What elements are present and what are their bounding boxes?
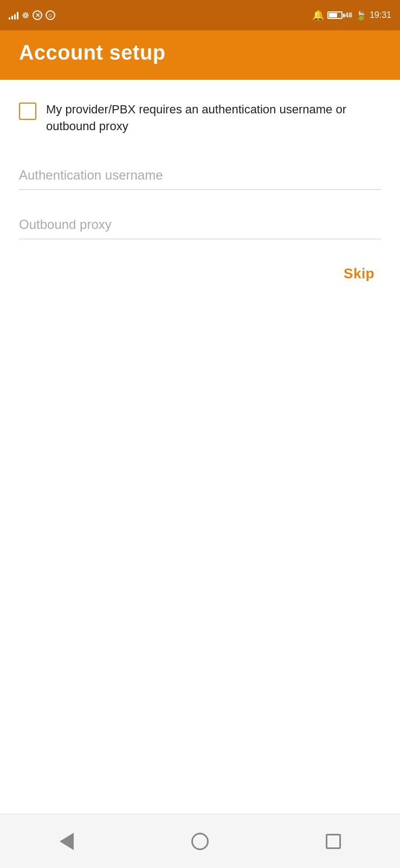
battery-indicator: 48	[327, 11, 352, 19]
bell-mute-icon: 🔔	[312, 9, 324, 21]
main-content: My provider/PBX requires an authenticati…	[0, 80, 400, 286]
wifi-icon: ☸	[22, 10, 29, 21]
auth-checkbox-wrapper[interactable]	[19, 103, 36, 120]
nav-home-button[interactable]	[184, 825, 216, 858]
battery-fill	[329, 13, 337, 17]
auth-checkbox-row: My provider/PBX requires an authenticati…	[19, 101, 381, 135]
status-bar-right: 🔔 48 🍃 19:31	[312, 9, 391, 21]
status-time: 19:31	[370, 10, 391, 20]
outbound-proxy-group	[19, 212, 381, 239]
auth-checkbox[interactable]	[19, 103, 36, 120]
signal-icon	[9, 11, 18, 20]
skip-row: Skip	[19, 261, 381, 286]
auth-checkbox-label: My provider/PBX requires an authenticati…	[46, 101, 381, 135]
recent-icon	[326, 834, 341, 849]
nav-back-button[interactable]	[50, 825, 83, 858]
status-bar-left: ☸ ✕ ☺	[9, 10, 55, 21]
skip-button[interactable]: Skip	[344, 261, 375, 286]
auth-username-group	[19, 162, 381, 190]
battery-tip	[343, 14, 345, 17]
auth-username-input[interactable]	[19, 162, 381, 190]
leaf-icon: 🍃	[356, 10, 366, 21]
battery-level: 48	[345, 11, 352, 19]
app-header: Account setup	[0, 30, 400, 80]
no-sim-icon: ✕	[33, 10, 42, 20]
back-icon	[60, 833, 74, 850]
home-icon	[191, 833, 209, 850]
page-title: Account setup	[19, 41, 165, 64]
nav-recent-button[interactable]	[317, 825, 350, 858]
nav-bar	[0, 814, 400, 868]
battery-icon	[327, 11, 343, 19]
face-icon: ☺	[46, 10, 55, 20]
outbound-proxy-input[interactable]	[19, 212, 381, 239]
status-bar: ☸ ✕ ☺ 🔔 48 🍃 19:31	[0, 0, 400, 30]
